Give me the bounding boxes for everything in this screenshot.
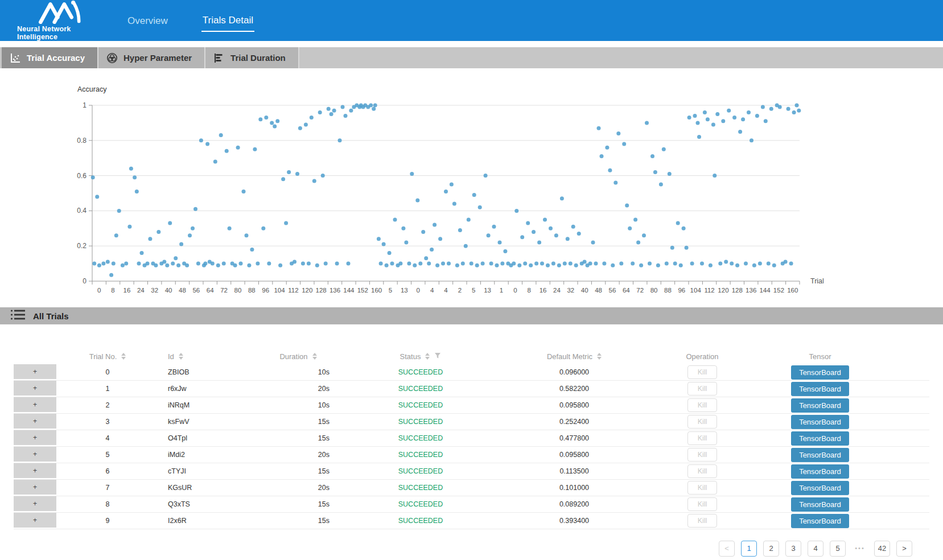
scatter-point[interactable]: [557, 263, 561, 267]
scatter-point[interactable]: [498, 241, 502, 245]
scatter-point[interactable]: [430, 248, 434, 252]
scatter-point[interactable]: [273, 125, 277, 129]
scatter-point[interactable]: [534, 262, 538, 266]
scatter-point[interactable]: [583, 260, 587, 264]
scatter-point[interactable]: [566, 237, 570, 241]
scatter-point[interactable]: [639, 263, 643, 267]
scatter-point[interactable]: [304, 123, 308, 127]
scatter-point[interactable]: [772, 263, 776, 267]
scatter-point[interactable]: [106, 260, 110, 264]
scatter-point[interactable]: [673, 262, 677, 266]
scatter-point[interactable]: [245, 233, 249, 237]
scatter-point[interactable]: [117, 209, 121, 213]
scatter-point[interactable]: [526, 221, 530, 225]
scatter-point[interactable]: [382, 242, 386, 246]
kill-button[interactable]: Kill: [687, 448, 717, 462]
scatter-point[interactable]: [95, 195, 99, 199]
scatter-point[interactable]: [455, 263, 459, 267]
scatter-point[interactable]: [385, 263, 389, 267]
page-button-4[interactable]: 4: [808, 541, 823, 557]
scatter-point[interactable]: [653, 170, 657, 174]
tensorboard-button[interactable]: TensorBoard: [791, 464, 849, 479]
scatter-point[interactable]: [721, 119, 725, 123]
scatter-point[interactable]: [267, 262, 271, 266]
scatter-point[interactable]: [295, 172, 299, 176]
scatter-point[interactable]: [588, 262, 592, 266]
scatter-point[interactable]: [752, 263, 756, 267]
scatter-point[interactable]: [438, 237, 442, 241]
scatter-point[interactable]: [676, 221, 680, 225]
sort-icon[interactable]: [121, 353, 126, 360]
page-prev-button[interactable]: <: [719, 541, 735, 557]
scatter-point[interactable]: [124, 262, 128, 266]
scatter-point[interactable]: [258, 117, 262, 121]
kill-button[interactable]: Kill: [687, 398, 717, 412]
scatter-point[interactable]: [571, 225, 575, 229]
scatter-point[interactable]: [489, 262, 493, 266]
scatter-point[interactable]: [256, 262, 260, 266]
tensorboard-button[interactable]: TensorBoard: [791, 514, 849, 528]
scatter-point[interactable]: [410, 172, 414, 176]
scatter-point[interactable]: [191, 227, 195, 230]
scatter-point[interactable]: [741, 117, 745, 121]
scatter-point[interactable]: [369, 104, 373, 108]
scatter-point[interactable]: [747, 110, 751, 114]
scatter-point[interactable]: [718, 262, 722, 266]
scatter-point[interactable]: [761, 105, 765, 109]
kill-button[interactable]: Kill: [687, 497, 717, 511]
scatter-point[interactable]: [193, 207, 197, 211]
scatter-point[interactable]: [239, 262, 243, 266]
scatter-point[interactable]: [165, 263, 169, 267]
scatter-point[interactable]: [228, 227, 232, 230]
scatter-point[interactable]: [379, 262, 383, 266]
scatter-point[interactable]: [656, 263, 660, 267]
scatter-point[interactable]: [574, 263, 578, 267]
scatter-point[interactable]: [401, 227, 405, 230]
page-button-5[interactable]: 5: [830, 541, 846, 557]
scatter-point[interactable]: [330, 112, 333, 116]
page-button-2[interactable]: 2: [763, 541, 779, 557]
scatter-point[interactable]: [270, 121, 274, 125]
scatter-point[interactable]: [645, 121, 649, 125]
scatter-point[interactable]: [611, 263, 615, 267]
scatter-point[interactable]: [278, 263, 282, 267]
scatter-point[interactable]: [318, 110, 322, 114]
row-expander-button[interactable]: +: [14, 414, 56, 430]
scatter-point[interactable]: [236, 146, 240, 150]
page-ellipsis[interactable]: •••: [852, 541, 868, 557]
scatter-point[interactable]: [312, 179, 316, 183]
scatter-point[interactable]: [127, 225, 131, 229]
scatter-point[interactable]: [738, 130, 742, 134]
tensorboard-button[interactable]: TensorBoard: [791, 415, 849, 429]
scatter-point[interactable]: [636, 241, 640, 245]
scatter-point[interactable]: [560, 196, 564, 200]
row-expander-button[interactable]: +: [14, 480, 56, 496]
scatter-point[interactable]: [622, 142, 626, 146]
scatter-point[interactable]: [600, 154, 604, 158]
scatter-point[interactable]: [398, 262, 402, 266]
scatter-point[interactable]: [349, 109, 353, 113]
scatter-point[interactable]: [284, 221, 288, 225]
scatter-point[interactable]: [97, 263, 101, 267]
scatter-point[interactable]: [591, 241, 595, 245]
scatter-point[interactable]: [315, 263, 319, 267]
scatter-point[interactable]: [481, 262, 485, 266]
scatter-point[interactable]: [735, 263, 739, 267]
scatter-point[interactable]: [569, 262, 573, 266]
scatter-point[interactable]: [778, 105, 782, 109]
scatter-point[interactable]: [732, 116, 736, 120]
scatter-point[interactable]: [137, 262, 141, 266]
row-expander-button[interactable]: +: [14, 496, 56, 512]
scatter-point[interactable]: [662, 147, 666, 151]
scatter-point[interactable]: [140, 251, 144, 255]
scatter-point[interactable]: [619, 262, 623, 266]
scatter-point[interactable]: [563, 262, 567, 266]
row-expander-button[interactable]: +: [14, 513, 56, 529]
scatter-point[interactable]: [597, 126, 601, 130]
scatter-point[interactable]: [162, 260, 166, 264]
scatter-point[interactable]: [253, 147, 257, 151]
scatter-point[interactable]: [670, 246, 674, 250]
scatter-point[interactable]: [758, 262, 762, 266]
scatter-point[interactable]: [730, 262, 734, 266]
scatter-point[interactable]: [659, 183, 663, 187]
